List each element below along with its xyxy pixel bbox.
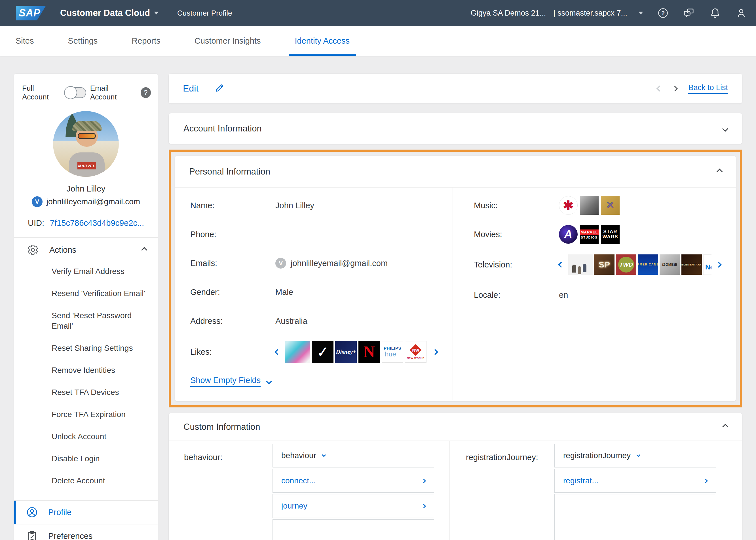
action-delete-account[interactable]: Delete Account xyxy=(52,475,149,486)
shell-header: SAP Customer Data Cloud Customer Profile… xyxy=(0,0,756,26)
behaviour-dropdown[interactable]: behaviour xyxy=(273,444,434,468)
elementary-thumbnail[interactable]: ELEMENTARY xyxy=(681,254,702,275)
registration-journey-item[interactable]: registrat... xyxy=(554,469,716,493)
profile-main: Edit Back to List Account Information Pe… xyxy=(169,74,742,540)
edit-pencil-icon[interactable] xyxy=(214,83,225,94)
back-to-list-link[interactable]: Back to List xyxy=(688,83,728,94)
izombie-thumbnail[interactable]: iZOMBiE xyxy=(660,254,680,275)
toggle-help-icon[interactable]: ? xyxy=(141,87,151,98)
action-resend-verification-email[interactable]: Resend 'Verification Email' xyxy=(52,288,149,299)
disney-plus-thumbnail[interactable]: Disney+ xyxy=(335,341,357,363)
next-record-icon[interactable] xyxy=(672,86,678,91)
marvel-studios-thumbnail[interactable]: MARVELSTUDIOS xyxy=(580,225,599,244)
action-send-reset-password-email[interactable]: Send 'Reset Password Email' xyxy=(52,310,145,331)
account-selector-label[interactable]: Gigya SA Demos 21... xyxy=(471,9,546,18)
collapse-custom-information-icon[interactable] xyxy=(722,424,728,430)
site-selector-label[interactable]: | ssomaster.sapcx 7... xyxy=(553,9,627,18)
netflix-thumbnail[interactable]: N xyxy=(358,341,380,363)
tab-identity-access[interactable]: Identity Access xyxy=(295,26,350,56)
full-account-label: Full Account xyxy=(22,84,61,101)
tab-settings[interactable]: Settings xyxy=(68,26,97,56)
feedback-button[interactable] xyxy=(683,7,695,19)
news-thumbnail[interactable]: New xyxy=(703,254,711,275)
sidebar-item-profile[interactable]: Profile xyxy=(14,500,158,524)
oasis-photo-thumbnail[interactable] xyxy=(580,196,599,215)
avengers-thumbnail[interactable]: A xyxy=(559,225,578,244)
show-empty-fields-chevron-icon[interactable] xyxy=(266,378,272,384)
behaviour-item-journey[interactable]: journey xyxy=(273,494,434,518)
action-remove-identities[interactable]: Remove Identities xyxy=(52,365,149,375)
action-reset-tfa-devices[interactable]: Reset TFA Devices xyxy=(52,387,149,397)
notifications-button[interactable] xyxy=(709,7,721,19)
collapse-personal-information-icon[interactable] xyxy=(717,169,722,175)
likes-carousel-left-icon[interactable] xyxy=(275,349,281,355)
gear-icon xyxy=(27,244,39,256)
user-menu-button[interactable] xyxy=(735,7,747,19)
tv-carousel-left-icon[interactable] xyxy=(558,261,564,267)
likes-carousel-right-icon[interactable] xyxy=(432,349,438,355)
connect-link[interactable]: connect... xyxy=(281,476,316,485)
help-button[interactable]: ? xyxy=(657,7,669,19)
field-row-movies: Movies: AMARVELSTUDIOSSTARWARS xyxy=(474,220,736,249)
nike-shoe-thumbnail[interactable] xyxy=(285,341,310,363)
sidebar-item-label: Preferences xyxy=(48,531,93,540)
americans-thumbnail[interactable]: AMERICANS xyxy=(638,254,658,275)
personal-information-header[interactable]: Personal Information xyxy=(175,156,736,188)
action-force-tfa-expiration[interactable]: Force TFA Expiration xyxy=(52,409,149,420)
actions-section-header[interactable]: Actions xyxy=(14,238,158,262)
edit-button[interactable]: Edit xyxy=(183,83,199,94)
toggle-knob[interactable] xyxy=(64,86,77,99)
field-row-gender: Gender: Male xyxy=(190,278,453,307)
account-type-toggle[interactable] xyxy=(65,87,86,98)
show-empty-fields-link[interactable]: Show Empty Fields xyxy=(190,376,261,387)
chevron-down-icon xyxy=(322,453,326,457)
field-label: Gender: xyxy=(190,288,275,297)
expand-account-information-icon[interactable] xyxy=(722,125,728,131)
registration-journey-item-empty xyxy=(554,494,716,540)
chevron-down-icon xyxy=(636,453,640,457)
tab-customer-insights[interactable]: Customer Insights xyxy=(195,26,261,56)
likes-thumbnails: ✓Disney+NPHILIPShueNWNEW WORLDdys xyxy=(285,341,428,363)
main-tabbar: Sites Settings Reports Customer Insights… xyxy=(0,26,756,56)
action-verify-email-address[interactable]: Verify Email Address xyxy=(52,266,149,277)
tab-sites[interactable]: Sites xyxy=(16,26,34,56)
nike-logo-thumbnail[interactable]: ✓ xyxy=(312,341,333,363)
star-wars-thumbnail[interactable]: STARWARS xyxy=(601,225,620,244)
tab-reports[interactable]: Reports xyxy=(131,26,160,56)
previous-record-icon[interactable] xyxy=(657,85,662,91)
custom-information-section: Custom Information behaviour: behaviour … xyxy=(169,413,742,540)
sidebar-item-preferences[interactable]: Preferences xyxy=(14,524,158,540)
svg-text:?: ? xyxy=(661,10,665,16)
philips-hue-thumbnail[interactable]: PHILIPShue xyxy=(382,341,403,363)
action-unlock-account[interactable]: Unlock Account xyxy=(52,431,149,442)
action-reset-sharing-settings[interactable]: Reset Sharing Settings xyxy=(52,343,149,353)
field-value-email: johnlilleyemail@gmail.com xyxy=(291,259,388,268)
field-row-address: Address: Australia xyxy=(190,307,453,336)
uid-row: UID: 7f15c786c43d4b9c9e2c... xyxy=(28,218,158,228)
site-menu-caret-icon[interactable] xyxy=(639,12,643,14)
coldplay-butterfly-thumbnail[interactable]: ✕ xyxy=(601,196,620,215)
product-menu-caret-icon[interactable] xyxy=(154,12,158,14)
registration-link[interactable]: registrat... xyxy=(563,476,598,485)
field-label: Locale: xyxy=(474,290,559,300)
walking-dead-thumbnail[interactable]: TWD xyxy=(616,254,636,275)
field-label: Phone: xyxy=(190,230,275,239)
journey-link[interactable]: journey xyxy=(281,501,307,510)
new-world-thumbnail[interactable]: NWNEW WORLD xyxy=(405,341,427,363)
registration-journey-dropdown[interactable]: registrationJourney xyxy=(554,444,716,468)
custom-information-header[interactable]: Custom Information xyxy=(169,413,742,441)
behaviour-item-connect[interactable]: connect... xyxy=(273,469,434,493)
actions-list: Verify Email Address Resend 'Verificatio… xyxy=(14,262,158,500)
collapse-actions-icon[interactable] xyxy=(141,247,147,253)
red-hot-chili-peppers-thumbnail[interactable]: ✱ xyxy=(559,196,578,215)
email-verified-icon: V xyxy=(275,258,286,269)
account-information-section[interactable]: Account Information xyxy=(169,113,742,144)
uid-value-link[interactable]: 7f15c786c43d4b9c9e2c... xyxy=(50,218,144,228)
action-disable-login[interactable]: Disable Login xyxy=(52,453,149,464)
product-title[interactable]: Customer Data Cloud xyxy=(60,8,150,18)
south-park-thumbnail[interactable]: SP xyxy=(594,254,615,275)
it-crowd-thumbnail[interactable] xyxy=(568,254,593,275)
tv-carousel-right-icon[interactable] xyxy=(716,261,722,267)
user-full-name: John Lilley xyxy=(14,184,158,194)
sap-logo: SAP xyxy=(16,6,46,20)
